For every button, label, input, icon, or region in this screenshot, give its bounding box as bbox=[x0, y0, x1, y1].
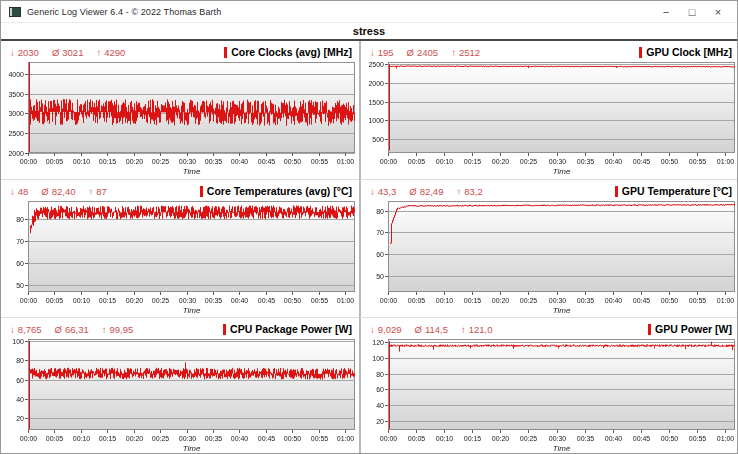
chart-title-group: Core Clocks (avg) [MHz] bbox=[224, 46, 352, 58]
chart-title: Core Temperatures (avg) [°C] bbox=[207, 185, 352, 197]
stat-min: 9,029 bbox=[378, 324, 402, 335]
stat-min: 195 bbox=[378, 47, 394, 58]
min-arrow-icon: ↓ bbox=[10, 47, 15, 58]
charts-grid: ↓2030 Ø3021 ↑4290 Core Clocks (avg) [MHz… bbox=[1, 41, 737, 454]
stat-min: 48 bbox=[18, 186, 29, 197]
chart-title-group: GPU Power [W] bbox=[648, 323, 732, 335]
series-color-marker-icon bbox=[200, 186, 203, 197]
chart-panel-gpu-temp: ↓43,3 Ø82,49 ↑83,2 GPU Temperature [°C] bbox=[359, 179, 738, 317]
chart-canvas-core-temps[interactable] bbox=[3, 199, 357, 316]
stat-max: 99,95 bbox=[109, 324, 133, 335]
title-bar[interactable]: Generic Log Viewer 6.4 - © 2022 Thomas B… bbox=[1, 1, 737, 23]
stat-avg: 66,31 bbox=[65, 324, 89, 335]
minimize-button[interactable]: − bbox=[653, 2, 679, 22]
avg-icon: Ø bbox=[55, 324, 62, 335]
series-color-marker-icon bbox=[639, 47, 642, 58]
series-color-marker-icon bbox=[224, 47, 227, 58]
chart-canvas-gpu-temp[interactable] bbox=[363, 199, 737, 316]
max-arrow-icon: ↑ bbox=[89, 186, 94, 197]
stat-min: 43,3 bbox=[378, 186, 397, 197]
chart-stats: ↓8,765 Ø66,31 ↑99,95 bbox=[10, 324, 133, 335]
chart-canvas-cpu-power[interactable] bbox=[3, 337, 357, 454]
chart-stats: ↓2030 Ø3021 ↑4290 bbox=[10, 47, 125, 58]
min-arrow-icon: ↓ bbox=[370, 324, 375, 335]
tab-stress[interactable]: stress bbox=[341, 25, 397, 37]
chart-canvas-core-clocks[interactable] bbox=[3, 60, 357, 177]
stat-avg: 114,5 bbox=[425, 324, 448, 335]
stat-min: 2030 bbox=[18, 47, 39, 58]
chart-panel-core-temps: ↓48 Ø82,40 ↑87 Core Temperatures (avg) [… bbox=[1, 179, 359, 317]
avg-icon: Ø bbox=[52, 47, 59, 58]
chart-stats: ↓9,029 Ø114,5 ↑121,0 bbox=[370, 324, 493, 335]
series-color-marker-icon bbox=[648, 324, 651, 335]
panel-header: ↓9,029 Ø114,5 ↑121,0 GPU Power [W] bbox=[363, 321, 737, 337]
max-arrow-icon: ↑ bbox=[456, 186, 461, 197]
min-arrow-icon: ↓ bbox=[370, 47, 375, 58]
max-arrow-icon: ↑ bbox=[461, 324, 466, 335]
chart-panel-cpu-power: ↓8,765 Ø66,31 ↑99,95 CPU Package Power [… bbox=[1, 317, 359, 454]
chart-title: GPU Power [W] bbox=[655, 323, 732, 335]
window-controls: − □ × bbox=[653, 2, 731, 22]
chart-stats: ↓48 Ø82,40 ↑87 bbox=[10, 186, 107, 197]
stat-max: 83,2 bbox=[464, 186, 483, 197]
chart-title: CPU Package Power [W] bbox=[230, 323, 352, 335]
stat-max: 121,0 bbox=[469, 324, 493, 335]
min-arrow-icon: ↓ bbox=[10, 186, 15, 197]
series-color-marker-icon bbox=[223, 324, 226, 335]
stat-max: 87 bbox=[96, 186, 107, 197]
min-arrow-icon: ↓ bbox=[370, 186, 375, 197]
chart-canvas-gpu-clock[interactable] bbox=[363, 60, 737, 177]
panel-header: ↓2030 Ø3021 ↑4290 Core Clocks (avg) [MHz… bbox=[3, 44, 357, 60]
avg-icon: Ø bbox=[41, 186, 48, 197]
panel-header: ↓48 Ø82,40 ↑87 Core Temperatures (avg) [… bbox=[3, 183, 357, 199]
stat-avg: 2405 bbox=[417, 47, 438, 58]
stat-min: 8,765 bbox=[18, 324, 42, 335]
chart-title: Core Clocks (avg) [MHz] bbox=[231, 46, 352, 58]
avg-icon: Ø bbox=[415, 324, 422, 335]
avg-icon: Ø bbox=[409, 186, 416, 197]
chart-title-group: GPU Temperature [°C] bbox=[615, 185, 732, 197]
chart-title: GPU Temperature [°C] bbox=[622, 185, 732, 197]
stat-max: 4290 bbox=[104, 47, 125, 58]
chart-panel-core-clocks: ↓2030 Ø3021 ↑4290 Core Clocks (avg) [MHz… bbox=[1, 41, 359, 179]
chart-canvas-gpu-power[interactable] bbox=[363, 337, 737, 454]
panel-header: ↓195 Ø2405 ↑2512 GPU Clock [MHz] bbox=[363, 44, 737, 60]
chart-stats: ↓43,3 Ø82,49 ↑83,2 bbox=[370, 186, 483, 197]
maximize-button[interactable]: □ bbox=[679, 2, 705, 22]
avg-icon: Ø bbox=[407, 47, 414, 58]
app-window: Generic Log Viewer 6.4 - © 2022 Thomas B… bbox=[0, 0, 738, 454]
stat-avg: 82,40 bbox=[52, 186, 76, 197]
chart-title-group: CPU Package Power [W] bbox=[223, 323, 352, 335]
app-icon bbox=[9, 7, 21, 17]
max-arrow-icon: ↑ bbox=[96, 47, 101, 58]
panel-header: ↓8,765 Ø66,31 ↑99,95 CPU Package Power [… bbox=[3, 321, 357, 337]
tab-strip: stress bbox=[1, 23, 737, 41]
close-button[interactable]: × bbox=[705, 2, 731, 22]
window-title: Generic Log Viewer 6.4 - © 2022 Thomas B… bbox=[27, 7, 221, 17]
chart-stats: ↓195 Ø2405 ↑2512 bbox=[370, 47, 480, 58]
max-arrow-icon: ↑ bbox=[102, 324, 107, 335]
chart-title-group: Core Temperatures (avg) [°C] bbox=[200, 185, 352, 197]
chart-panel-gpu-clock: ↓195 Ø2405 ↑2512 GPU Clock [MHz] bbox=[359, 41, 738, 179]
chart-title: GPU Clock [MHz] bbox=[646, 46, 732, 58]
stat-avg: 82,49 bbox=[420, 186, 444, 197]
series-color-marker-icon bbox=[615, 186, 618, 197]
stat-max: 2512 bbox=[459, 47, 480, 58]
panel-header: ↓43,3 Ø82,49 ↑83,2 GPU Temperature [°C] bbox=[363, 183, 737, 199]
min-arrow-icon: ↓ bbox=[10, 324, 15, 335]
chart-panel-gpu-power: ↓9,029 Ø114,5 ↑121,0 GPU Power [W] bbox=[359, 317, 738, 454]
max-arrow-icon: ↑ bbox=[451, 47, 456, 58]
stat-avg: 3021 bbox=[62, 47, 83, 58]
chart-title-group: GPU Clock [MHz] bbox=[639, 46, 732, 58]
